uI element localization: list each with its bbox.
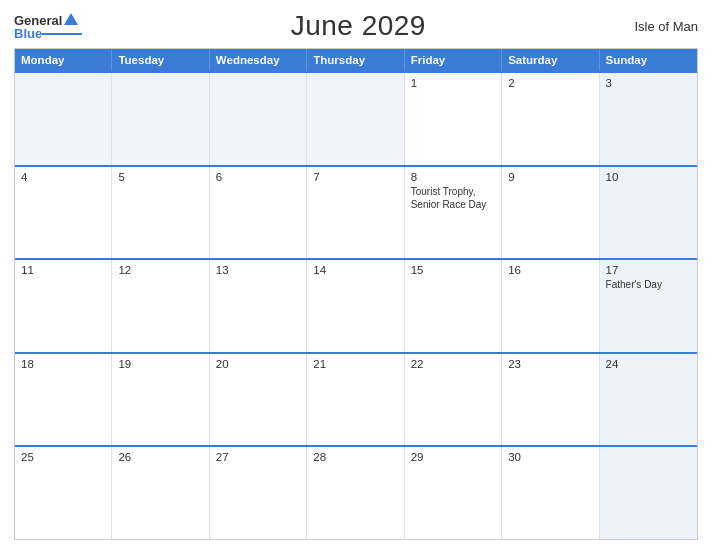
cal-cell-w1-d6: 2 bbox=[502, 73, 599, 165]
cal-cell-w2-d5: 8Tourist Trophy, Senior Race Day bbox=[405, 167, 502, 259]
calendar-grid: MondayTuesdayWednesdayThursdayFridaySatu… bbox=[14, 48, 698, 540]
cal-cell-w4-d6: 23 bbox=[502, 354, 599, 446]
region-label: Isle of Man bbox=[634, 19, 698, 34]
cal-cell-w4-d2: 19 bbox=[112, 354, 209, 446]
day-number: 7 bbox=[313, 171, 397, 183]
cal-cell-w1-d3 bbox=[210, 73, 307, 165]
day-number: 23 bbox=[508, 358, 592, 370]
cal-cell-w4-d3: 20 bbox=[210, 354, 307, 446]
day-number: 28 bbox=[313, 451, 397, 463]
cal-cell-w3-d1: 11 bbox=[15, 260, 112, 352]
header-cell-monday: Monday bbox=[15, 49, 112, 71]
cal-cell-w3-d5: 15 bbox=[405, 260, 502, 352]
day-number: 6 bbox=[216, 171, 300, 183]
day-number: 5 bbox=[118, 171, 202, 183]
day-number: 3 bbox=[606, 77, 691, 89]
day-number: 17 bbox=[606, 264, 691, 276]
cal-cell-w3-d4: 14 bbox=[307, 260, 404, 352]
cal-cell-w5-d3: 27 bbox=[210, 447, 307, 539]
cal-cell-w2-d3: 6 bbox=[210, 167, 307, 259]
calendar-body: 12345678Tourist Trophy, Senior Race Day9… bbox=[15, 71, 697, 539]
week-row-3: 11121314151617Father's Day bbox=[15, 258, 697, 352]
day-number: 9 bbox=[508, 171, 592, 183]
day-number: 12 bbox=[118, 264, 202, 276]
cal-cell-w3-d3: 13 bbox=[210, 260, 307, 352]
header: General Blue June 2029 Isle of Man bbox=[14, 10, 698, 42]
calendar-title: June 2029 bbox=[291, 10, 426, 42]
day-number: 13 bbox=[216, 264, 300, 276]
header-cell-tuesday: Tuesday bbox=[112, 49, 209, 71]
cal-cell-w2-d2: 5 bbox=[112, 167, 209, 259]
event-text: Tourist Trophy, Senior Race Day bbox=[411, 185, 495, 211]
cal-cell-w1-d2 bbox=[112, 73, 209, 165]
day-number: 24 bbox=[606, 358, 691, 370]
logo-general-text: General bbox=[14, 14, 62, 27]
day-number: 10 bbox=[606, 171, 691, 183]
cal-cell-w3-d6: 16 bbox=[502, 260, 599, 352]
cal-cell-w5-d2: 26 bbox=[112, 447, 209, 539]
day-number: 19 bbox=[118, 358, 202, 370]
day-number: 16 bbox=[508, 264, 592, 276]
cal-cell-w2-d4: 7 bbox=[307, 167, 404, 259]
day-number: 21 bbox=[313, 358, 397, 370]
cal-cell-w2-d7: 10 bbox=[600, 167, 697, 259]
day-number: 11 bbox=[21, 264, 105, 276]
cal-cell-w4-d4: 21 bbox=[307, 354, 404, 446]
cal-cell-w5-d1: 25 bbox=[15, 447, 112, 539]
logo-blue-text: Blue bbox=[14, 27, 42, 40]
cal-cell-w2-d1: 4 bbox=[15, 167, 112, 259]
day-number: 4 bbox=[21, 171, 105, 183]
cal-cell-w5-d6: 30 bbox=[502, 447, 599, 539]
header-cell-saturday: Saturday bbox=[502, 49, 599, 71]
day-number: 27 bbox=[216, 451, 300, 463]
day-number: 8 bbox=[411, 171, 495, 183]
logo: General Blue bbox=[14, 13, 82, 40]
week-row-1: 123 bbox=[15, 71, 697, 165]
header-cell-thursday: Thursday bbox=[307, 49, 404, 71]
day-number: 2 bbox=[508, 77, 592, 89]
header-cell-wednesday: Wednesday bbox=[210, 49, 307, 71]
day-number: 1 bbox=[411, 77, 495, 89]
day-number: 15 bbox=[411, 264, 495, 276]
cal-cell-w4-d5: 22 bbox=[405, 354, 502, 446]
day-number: 14 bbox=[313, 264, 397, 276]
calendar-page: General Blue June 2029 Isle of Man Monda… bbox=[0, 0, 712, 550]
cal-cell-w4-d7: 24 bbox=[600, 354, 697, 446]
day-number: 30 bbox=[508, 451, 592, 463]
day-number: 22 bbox=[411, 358, 495, 370]
header-cell-friday: Friday bbox=[405, 49, 502, 71]
cal-cell-w5-d5: 29 bbox=[405, 447, 502, 539]
day-number: 25 bbox=[21, 451, 105, 463]
event-text: Father's Day bbox=[606, 278, 691, 291]
day-number: 18 bbox=[21, 358, 105, 370]
cal-cell-w3-d7: 17Father's Day bbox=[600, 260, 697, 352]
calendar-header-row: MondayTuesdayWednesdayThursdayFridaySatu… bbox=[15, 49, 697, 71]
day-number: 26 bbox=[118, 451, 202, 463]
logo-block: General Blue bbox=[14, 13, 82, 40]
cal-cell-w1-d4 bbox=[307, 73, 404, 165]
cal-cell-w1-d7: 3 bbox=[600, 73, 697, 165]
day-number: 29 bbox=[411, 451, 495, 463]
cal-cell-w2-d6: 9 bbox=[502, 167, 599, 259]
cal-cell-w1-d1 bbox=[15, 73, 112, 165]
cal-cell-w5-d7 bbox=[600, 447, 697, 539]
week-row-5: 252627282930 bbox=[15, 445, 697, 539]
week-row-2: 45678Tourist Trophy, Senior Race Day910 bbox=[15, 165, 697, 259]
cal-cell-w5-d4: 28 bbox=[307, 447, 404, 539]
logo-underline bbox=[42, 33, 82, 35]
header-cell-sunday: Sunday bbox=[600, 49, 697, 71]
cal-cell-w1-d5: 1 bbox=[405, 73, 502, 165]
logo-triangle-icon bbox=[64, 13, 78, 25]
day-number: 20 bbox=[216, 358, 300, 370]
cal-cell-w4-d1: 18 bbox=[15, 354, 112, 446]
week-row-4: 18192021222324 bbox=[15, 352, 697, 446]
cal-cell-w3-d2: 12 bbox=[112, 260, 209, 352]
